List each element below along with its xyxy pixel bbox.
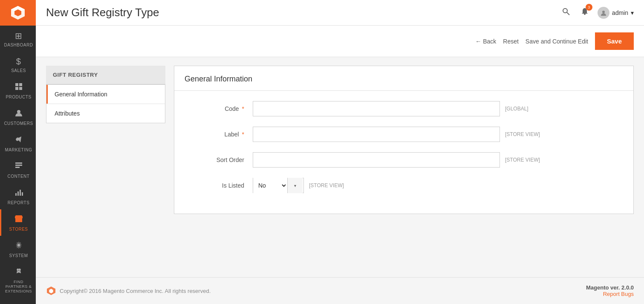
left-panel: Gift Registry General Information Attrib… <box>46 66 165 214</box>
sidebar-item-marketing-label: Marketing <box>5 148 32 152</box>
is-listed-select-wrapper: No Yes ▾ <box>253 178 304 193</box>
form-layout: Gift Registry General Information Attrib… <box>36 57 644 223</box>
main-content: New Gift Registry Type 3 <box>36 0 644 304</box>
code-required: * <box>242 105 244 112</box>
find-partners-icon <box>14 267 23 278</box>
footer-magento-logo <box>46 286 56 296</box>
svg-rect-2 <box>15 87 18 90</box>
left-panel-header: Gift Registry <box>46 66 165 84</box>
notification-badge: 3 <box>586 4 592 11</box>
field-sort-order-row: Sort Order [STORE VIEW] <box>185 152 623 168</box>
footer-logo: Copyright© 2016 Magento Commerce Inc. Al… <box>46 286 211 296</box>
is-listed-field-wrapper: No Yes ▾ [STORE VIEW] <box>253 178 551 193</box>
search-button[interactable] <box>560 6 572 20</box>
nav-general-information[interactable]: General Information <box>46 85 165 104</box>
top-header: New Gift Registry Type 3 <box>36 0 644 26</box>
svg-rect-8 <box>15 193 17 196</box>
action-bar: ← Back Reset Save and Continue Edit Save <box>36 26 644 57</box>
sort-order-input[interactable] <box>253 152 500 168</box>
svg-rect-13 <box>17 220 20 222</box>
svg-rect-7 <box>15 167 20 168</box>
code-label: Code * <box>185 105 253 112</box>
is-listed-select[interactable]: No Yes <box>253 178 287 193</box>
sidebar-item-dashboard-label: Dashboard <box>4 43 33 47</box>
footer-version: Magento ver. 2.0.0 <box>586 284 634 291</box>
user-menu[interactable]: admin ▾ <box>598 7 634 19</box>
svg-rect-10 <box>20 190 21 196</box>
sidebar-item-system[interactable]: System <box>0 236 36 262</box>
products-icon <box>14 82 23 93</box>
reports-icon <box>14 188 23 199</box>
footer-right: Magento ver. 2.0.0 Report Bugs <box>586 284 634 297</box>
sidebar-item-reports-label: Reports <box>8 200 30 205</box>
sidebar-item-customers-label: Customers <box>4 121 33 126</box>
sort-order-label: Sort Order <box>185 156 253 163</box>
sidebar-item-system-label: System <box>9 253 28 258</box>
label-input[interactable] <box>253 127 500 142</box>
sidebar-item-content[interactable]: Content <box>0 156 36 183</box>
report-bugs-link[interactable]: Report Bugs <box>603 291 634 297</box>
field-label-row: Label * [STORE VIEW] <box>185 127 623 142</box>
sidebar-item-find-partners[interactable]: Find Partners & Extensions <box>0 262 36 298</box>
dashboard-icon: ⊞ <box>15 31 23 41</box>
reset-button[interactable]: Reset <box>503 38 519 45</box>
content-area: ← Back Reset Save and Continue Edit Save… <box>36 26 644 277</box>
code-scope: [GLOBAL] <box>505 106 528 112</box>
back-arrow-icon: ← <box>475 38 481 45</box>
stores-icon <box>14 214 23 225</box>
footer-copyright: Copyright© 2016 Magento Commerce Inc. Al… <box>60 288 211 294</box>
label-field-wrapper: [STORE VIEW] <box>253 127 551 142</box>
svg-rect-1 <box>19 83 22 86</box>
sidebar-item-stores[interactable]: Stores <box>0 209 36 236</box>
sidebar-item-reports[interactable]: Reports <box>0 183 36 209</box>
right-panel: General Information Code * [GLOBAL] <box>174 66 634 214</box>
user-dropdown-icon: ▾ <box>631 9 634 16</box>
system-icon <box>14 241 23 252</box>
sidebar-item-dashboard[interactable]: ⊞ Dashboard <box>0 26 36 52</box>
sidebar-item-sales-label: Sales <box>11 68 26 73</box>
form-body: Code * [GLOBAL] Label * <box>174 91 633 214</box>
header-actions: 3 admin ▾ <box>560 6 634 20</box>
nav-attributes[interactable]: Attributes <box>46 104 165 123</box>
avatar <box>598 7 609 19</box>
footer-bugs: Report Bugs <box>586 291 634 297</box>
sidebar-item-customers[interactable]: Customers <box>0 104 36 130</box>
svg-point-15 <box>563 9 567 13</box>
footer: Copyright© 2016 Magento Commerce Inc. Al… <box>36 277 644 304</box>
sidebar-item-content-label: Content <box>8 174 30 179</box>
user-icon <box>600 9 607 16</box>
sidebar-item-products-label: Products <box>6 95 31 99</box>
svg-line-16 <box>567 12 569 15</box>
code-field-wrapper: [GLOBAL] <box>253 101 551 116</box>
svg-point-4 <box>17 110 20 113</box>
marketing-icon <box>14 135 23 146</box>
sidebar-item-marketing[interactable]: Marketing <box>0 130 36 156</box>
svg-rect-3 <box>19 87 22 90</box>
sidebar-item-sales[interactable]: $ Sales <box>0 52 36 77</box>
sidebar-item-products[interactable]: Products <box>0 77 36 104</box>
sort-order-scope: [STORE VIEW] <box>505 157 540 163</box>
content-icon <box>14 162 23 172</box>
code-input[interactable] <box>253 101 500 116</box>
field-is-listed-row: Is Listed No Yes ▾ [STORE VIEW] <box>185 178 623 193</box>
sidebar: ⊞ Dashboard $ Sales Products Customers M… <box>0 0 36 304</box>
svg-point-17 <box>602 11 605 13</box>
svg-rect-6 <box>15 165 22 166</box>
svg-rect-11 <box>22 192 23 196</box>
sort-order-field-wrapper: [STORE VIEW] <box>253 152 551 168</box>
search-icon <box>562 7 570 16</box>
label-scope: [STORE VIEW] <box>505 131 540 137</box>
section-title: General Information <box>174 66 633 91</box>
svg-rect-0 <box>15 83 18 86</box>
save-button[interactable]: Save <box>595 32 634 50</box>
save-continue-button[interactable]: Save and Continue Edit <box>526 38 588 45</box>
customers-icon <box>14 109 23 119</box>
label-label: Label * <box>185 131 253 138</box>
field-code-row: Code * [GLOBAL] <box>185 101 623 116</box>
back-button[interactable]: ← Back <box>475 38 496 45</box>
notifications-button[interactable]: 3 <box>579 6 591 20</box>
username: admin <box>612 9 628 16</box>
is-listed-label: Is Listed <box>185 182 253 189</box>
sales-icon: $ <box>16 57 21 67</box>
svg-rect-9 <box>17 191 19 196</box>
